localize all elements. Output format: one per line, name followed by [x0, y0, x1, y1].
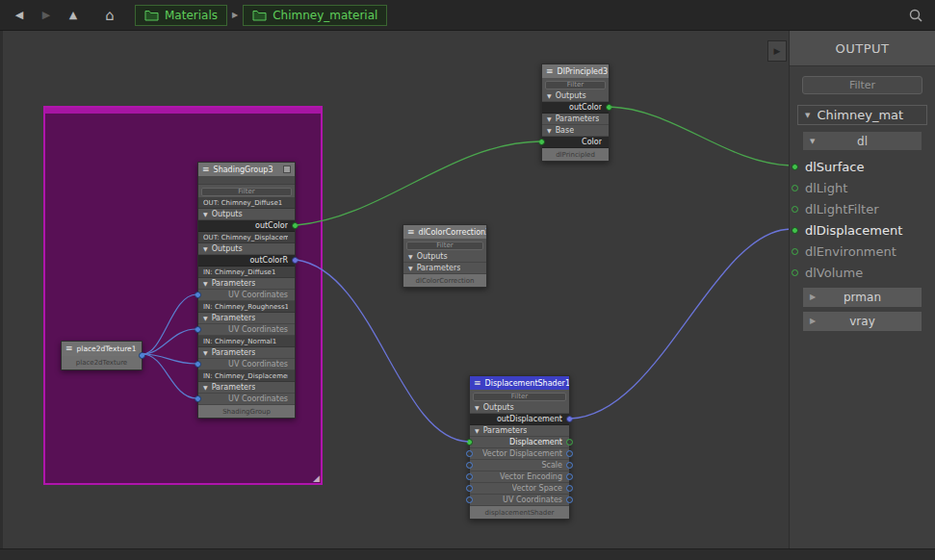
menu-icon[interactable]: ≡ [546, 67, 554, 76]
node-row-vector-displacement[interactable]: Vector Displacement [470, 448, 569, 460]
search-button[interactable] [906, 6, 925, 25]
section-vray[interactable]: ▶vray [803, 312, 922, 331]
node-row-parameters[interactable]: ▼Parameters [470, 425, 569, 437]
node-row-in-normal[interactable]: IN: Chimney_Normal1 [198, 336, 295, 347]
node-row-out-displacement[interactable]: OUT: Chimney_Displacement1 [198, 232, 295, 243]
node-row-out-diffuse[interactable]: OUT: Chimney_Diffuse1 [198, 197, 295, 209]
node-title-bar[interactable]: ≡ DlPrincipled3 [542, 64, 609, 78]
input-port[interactable] [466, 450, 473, 457]
input-port[interactable] [195, 395, 201, 402]
node-row-in-diffuse[interactable]: IN: Chimney_Diffuse1 [198, 267, 295, 278]
node-row-uv-coordinates[interactable]: UV Coordinates [198, 324, 295, 336]
output-port[interactable] [566, 496, 573, 503]
node-row-color[interactable]: Color [542, 137, 609, 148]
chevron-down-icon[interactable]: ▼ [203, 350, 208, 356]
output-port[interactable] [292, 257, 299, 264]
output-port[interactable] [566, 473, 573, 480]
section-prman[interactable]: ▶prman [803, 288, 922, 307]
input-port[interactable] [466, 462, 473, 469]
port-item-dlvolume[interactable]: dlVolume [790, 262, 935, 283]
menu-icon[interactable]: ≡ [407, 228, 415, 237]
output-port[interactable] [566, 450, 573, 457]
node-displacementshader1[interactable]: ≡ DisplacementShader1 ▼Outputs outDispla… [469, 375, 570, 520]
node-filter-input[interactable] [201, 188, 292, 196]
chevron-down-icon[interactable]: ▼ [408, 254, 413, 260]
forward-button[interactable]: ▶ [37, 6, 56, 25]
input-port[interactable] [466, 473, 473, 480]
input-port[interactable] [195, 292, 201, 298]
node-row-parameters[interactable]: ▼Parameters [198, 278, 295, 290]
input-port[interactable] [466, 439, 473, 445]
input-port[interactable] [538, 139, 545, 145]
node-row-parameters[interactable]: ▼Parameters [542, 114, 609, 125]
output-port[interactable] [139, 352, 145, 359]
panel-filter-input[interactable] [802, 76, 922, 94]
node-row-scale[interactable]: Scale [470, 460, 569, 471]
node-shadinggroup3[interactable]: ≡ ShadingGroup3 OUT: Chimney_Diffuse1 ▼O… [197, 162, 296, 419]
chevron-down-icon[interactable]: ▼ [547, 93, 552, 99]
port-item-dllight[interactable]: dlLight [790, 177, 935, 198]
chevron-down-icon[interactable]: ▼ [475, 428, 480, 434]
node-row-outcolor[interactable]: outColor [542, 102, 609, 114]
node-row-in-roughness[interactable]: IN: Chimney_Roughness1 [198, 301, 295, 313]
node-filter-input[interactable] [406, 242, 483, 250]
chevron-down-icon[interactable]: ▼ [810, 139, 815, 144]
node-title-bar[interactable]: ≡ dlColorCorrection3 [403, 225, 486, 239]
node-row-outdisplacement[interactable]: outDisplacement [470, 414, 569, 425]
port-item-dldisplacement[interactable]: dlDisplacement [790, 219, 935, 241]
output-port[interactable] [566, 439, 573, 445]
node-title-bar[interactable]: ≡ DisplacementShader1 [470, 376, 569, 390]
node-row-base[interactable]: ▼Base [542, 125, 609, 137]
input-port[interactable] [195, 361, 201, 368]
input-port[interactable] [195, 326, 201, 333]
port-dot[interactable] [792, 269, 798, 276]
menu-icon[interactable]: ≡ [65, 344, 73, 353]
node-row-displacement[interactable]: Displacement [470, 437, 569, 448]
port-dot[interactable] [792, 164, 798, 170]
node-dlprincipled3[interactable]: ≡ DlPrincipled3 ▼Outputs outColor ▼Param… [541, 64, 610, 162]
node-place2dtexture1[interactable]: ≡ place2dTexture1 place2dTexture [61, 341, 143, 370]
material-row[interactable]: ▼ Chimney_mat [797, 105, 927, 125]
breadcrumb-materials[interactable]: Materials [135, 5, 227, 26]
chevron-down-icon[interactable]: ▼ [203, 316, 208, 321]
output-port[interactable] [292, 222, 299, 229]
menu-icon[interactable]: ≡ [202, 165, 210, 174]
node-row-parameters[interactable]: ▼Parameters [403, 263, 486, 274]
node-row-in-displacement[interactable]: IN: Chimney_Displacement1 [198, 370, 295, 382]
node-row-outcolorr[interactable]: outColorR [198, 255, 295, 267]
port-item-dlsurface[interactable]: dlSurface [790, 156, 935, 177]
backdrop-titlebar[interactable] [45, 108, 321, 114]
home-button[interactable]: ⌂ [100, 6, 119, 25]
chevron-down-icon[interactable]: ▼ [805, 113, 810, 118]
chevron-down-icon[interactable]: ▼ [203, 212, 208, 217]
node-row-uv-coordinates[interactable]: UV Coordinates [198, 359, 295, 370]
node-row-outputs[interactable]: ▼Outputs [198, 209, 295, 220]
port-dot[interactable] [792, 248, 798, 255]
chevron-down-icon[interactable]: ▼ [203, 385, 208, 391]
output-port[interactable] [566, 485, 573, 492]
menu-icon[interactable]: ≡ [474, 379, 481, 388]
output-port[interactable] [566, 416, 573, 422]
chevron-down-icon[interactable]: ▼ [203, 246, 208, 252]
back-button[interactable]: ◀ [10, 6, 29, 25]
port-dot[interactable] [792, 227, 798, 234]
node-row-parameters[interactable]: ▼Parameters [198, 347, 295, 359]
node-filter-input[interactable] [545, 81, 606, 89]
node-row-vector-space[interactable]: Vector Space [470, 483, 569, 495]
output-port[interactable] [606, 104, 612, 111]
node-row-uv-coordinates[interactable]: UV Coordinates [198, 290, 295, 301]
node-row-outputs[interactable]: ▼Outputs [542, 90, 609, 102]
port-item-dllightfilter[interactable]: dlLightFilter [790, 198, 935, 219]
breadcrumb-chimney-material[interactable]: Chimney_material [243, 5, 387, 26]
port-item-dlenvironment[interactable]: dlEnvironment [790, 241, 935, 262]
chevron-down-icon[interactable]: ▼ [203, 281, 208, 287]
input-port[interactable] [466, 496, 473, 503]
node-dlcolorcorrection3[interactable]: ≡ dlColorCorrection3 ▼Outputs ▼Parameter… [403, 224, 487, 288]
chevron-down-icon[interactable]: ▼ [408, 266, 413, 271]
input-port[interactable] [466, 485, 473, 492]
chevron-down-icon[interactable]: ▼ [547, 116, 552, 122]
node-title-bar[interactable]: ≡ ShadingGroup3 [198, 163, 295, 176]
output-port[interactable] [566, 462, 573, 469]
node-row-parameters[interactable]: ▼Parameters [198, 382, 295, 394]
node-filter-input[interactable] [473, 393, 566, 401]
